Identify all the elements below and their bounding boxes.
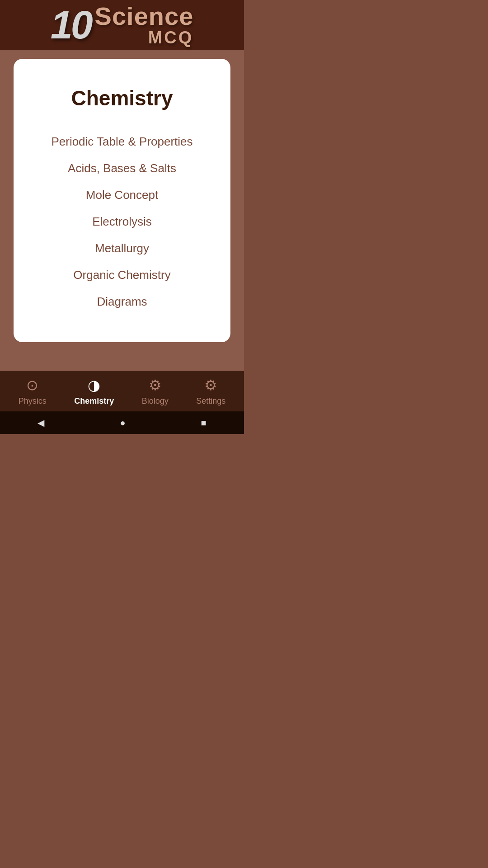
physics-nav-label: Physics xyxy=(19,396,47,406)
nav-item-biology[interactable]: ⚙ Biology xyxy=(133,373,178,410)
content-card: Chemistry Periodic Table & PropertiesAci… xyxy=(14,59,230,342)
topic-item-1[interactable]: Acids, Bases & Salts xyxy=(27,155,217,182)
android-navigation: ◀ ● ■ xyxy=(0,411,244,434)
grade-number: 10 xyxy=(51,5,91,45)
topic-item-0[interactable]: Periodic Table & Properties xyxy=(27,128,217,155)
topic-item-4[interactable]: Metallurgy xyxy=(27,235,217,262)
biology-icon: ⚙ xyxy=(149,377,162,394)
physics-icon: ⊙ xyxy=(26,377,38,394)
app-header: 10 Science MCQ xyxy=(0,0,244,50)
title-text-block: Science MCQ xyxy=(95,4,194,46)
back-button[interactable]: ◀ xyxy=(28,414,53,432)
app-title: 10 Science MCQ xyxy=(51,4,194,46)
science-label: Science xyxy=(95,4,194,29)
topic-item-2[interactable]: Mole Concept xyxy=(27,182,217,208)
home-button[interactable]: ● xyxy=(111,414,134,432)
nav-item-settings[interactable]: ⚙ Settings xyxy=(187,373,235,410)
topic-item-3[interactable]: Electrolysis xyxy=(27,208,217,235)
mcq-label: MCQ xyxy=(148,29,194,46)
nav-item-physics[interactable]: ⊙ Physics xyxy=(9,373,56,410)
page-title: Chemistry xyxy=(71,86,173,110)
settings-nav-label: Settings xyxy=(196,396,225,406)
topic-item-6[interactable]: Diagrams xyxy=(27,288,217,315)
topic-item-5[interactable]: Organic Chemistry xyxy=(27,262,217,288)
chemistry-icon: ◑ xyxy=(88,377,100,394)
nav-item-chemistry[interactable]: ◑ Chemistry xyxy=(65,373,123,410)
bottom-navigation: ⊙ Physics ◑ Chemistry ⚙ Biology ⚙ Settin… xyxy=(0,371,244,411)
topic-list: Periodic Table & PropertiesAcids, Bases … xyxy=(27,128,217,315)
chemistry-nav-label: Chemistry xyxy=(74,396,114,406)
settings-icon: ⚙ xyxy=(204,377,217,394)
recents-button[interactable]: ■ xyxy=(192,414,215,432)
biology-nav-label: Biology xyxy=(142,396,169,406)
main-content: Chemistry Periodic Table & PropertiesAci… xyxy=(0,50,244,371)
